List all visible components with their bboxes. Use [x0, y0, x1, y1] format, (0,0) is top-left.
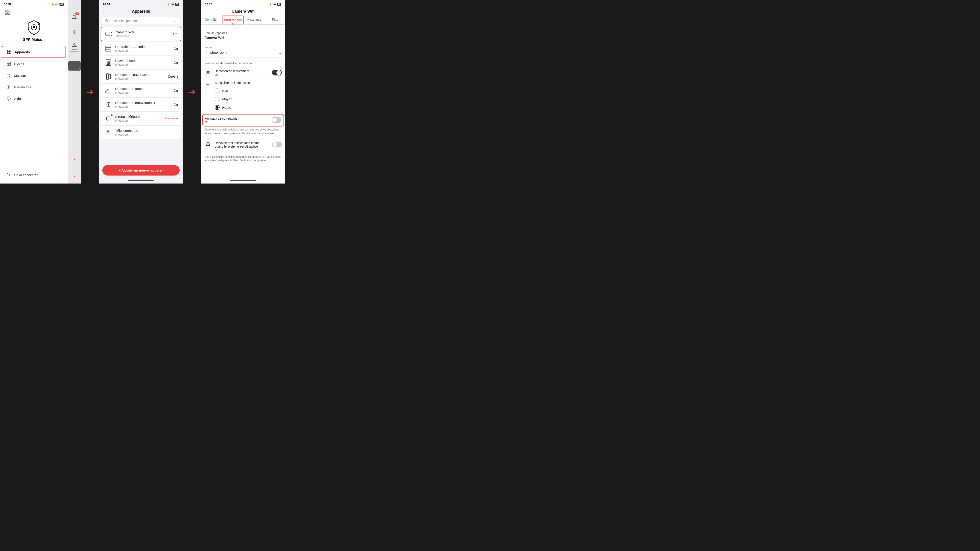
svg-point-36: [108, 62, 109, 63]
app-name: SFR Maison: [23, 38, 45, 42]
device-item-sirene[interactable]: Sirène intérieure showroom déconnecté: [100, 112, 181, 125]
svg-text:?: ?: [8, 97, 10, 100]
svg-rect-41: [107, 64, 110, 65]
back-button-p3[interactable]: ‹: [204, 9, 206, 14]
filter-icon[interactable]: [173, 19, 177, 23]
device-item-clavier[interactable]: Clavier à code showroom On: [100, 56, 181, 70]
centrale-status: On: [173, 47, 178, 50]
sirene-room: showroom: [115, 119, 161, 122]
preferences-panel: 16:26 🔋 4G 70 ‹ Caméra Wifi Contrôler Pr…: [201, 0, 285, 184]
clavier-icon: [104, 58, 113, 67]
animaux-text: Animaux de compagnie Off: [205, 117, 269, 124]
mode-urgence-button[interactable]: Moded'urgence: [70, 43, 79, 53]
svg-point-27: [107, 33, 108, 34]
sidebar-item-parametres[interactable]: Paramètres: [2, 81, 66, 92]
svg-point-52: [109, 92, 109, 92]
mouvement-toggle-row: Détection de mouvement on: [204, 67, 282, 79]
radio-moyen[interactable]: Moyen: [215, 95, 282, 103]
radio-haute-circle: [215, 105, 220, 110]
notification-icon[interactable]: 30: [70, 13, 78, 21]
logout-icon: [6, 172, 11, 177]
appareils-title: Appareils: [132, 9, 150, 14]
svg-rect-8: [10, 52, 11, 54]
home-indicator-p2: [99, 179, 183, 184]
tab-preferences[interactable]: Préférences: [222, 16, 243, 24]
right-arrow-1: ➔: [86, 87, 94, 97]
mouvement-toggle[interactable]: [272, 70, 282, 75]
notifications-title: Recevoir des notifications même quand le…: [215, 141, 269, 148]
signal-badge-p3: 70: [277, 3, 281, 6]
time-panel2: 16:57: [103, 3, 110, 6]
clavier-status: On: [173, 61, 178, 64]
device-item-mouvement[interactable]: Détecteur de mouvement 1 showroom On: [100, 98, 181, 111]
radio-bas[interactable]: Bas: [215, 86, 282, 95]
radio-haute[interactable]: Haute: [215, 103, 282, 112]
notifications-toggle-row: Recevoir des notifications même quand le…: [204, 139, 282, 154]
sirene-status: déconnecté: [164, 117, 178, 120]
centrale-icon: [104, 44, 113, 53]
svg-point-19: [74, 46, 75, 46]
appareils-label: Appareils: [15, 50, 30, 54]
battery-icon-p2: 🔋: [167, 3, 170, 6]
svg-point-66: [207, 84, 209, 85]
device-item-fumee[interactable]: Détecteur de fumée showroom On: [100, 84, 181, 97]
notifications-toggle[interactable]: [272, 141, 282, 147]
tab-controler[interactable]: Contrôler: [201, 16, 221, 24]
device-item-ouverture[interactable]: Détecteur d'ouverture 1 showroom Ouvert: [100, 70, 181, 83]
mode-urgence-label: Moded'urgence: [70, 48, 79, 53]
svg-rect-43: [109, 74, 111, 79]
search-input[interactable]: [110, 19, 172, 23]
notifications-status: Off: [215, 149, 269, 152]
sidebar-item-pieces[interactable]: Pièces: [2, 58, 66, 70]
radio-haute-label: Haute: [222, 106, 231, 110]
p3-header: ‹ Caméra Wifi: [201, 7, 285, 14]
fumee-icon: [104, 86, 113, 95]
sidebar-item-deconnect[interactable]: Se déconnecter: [2, 169, 66, 180]
camera-status: On: [173, 32, 177, 36]
svg-point-35: [107, 62, 108, 63]
tab-historique[interactable]: Historique: [244, 16, 265, 24]
gear-mini-icon[interactable]: [70, 28, 78, 36]
tab-plus[interactable]: Plus: [265, 16, 285, 24]
mouvement-icon: [104, 100, 113, 109]
camera-info: Caméra Wifi showroom: [116, 30, 170, 38]
mouvement-room: showroom: [115, 105, 171, 108]
sidebar-item-aide[interactable]: ? Aide: [2, 93, 66, 104]
home-nav[interactable]: 🏠: [0, 7, 68, 15]
svg-point-34: [109, 61, 110, 62]
p3-tabs: Contrôler Préférences Historique Plus: [201, 14, 285, 25]
sidebar-item-appareils[interactable]: Appareils: [2, 46, 66, 58]
animaux-toggle-row: Animaux de compagnie Off: [202, 114, 284, 127]
bottom-arrow2[interactable]: ›: [73, 173, 75, 179]
time-panel1: 16:57: [4, 3, 11, 6]
nav-list: Appareils Pièces Maisons: [0, 46, 68, 166]
mini-arrow-icon: ›: [73, 156, 75, 162]
animaux-knob: [272, 118, 277, 122]
sensibilite-options: Sensibilité de la détection Bas Moyen Ha…: [215, 81, 282, 112]
home-outline-icon: [6, 73, 11, 78]
radio-moyen-circle: [215, 97, 220, 102]
room-selector[interactable]: showroom ⌄: [204, 50, 282, 57]
svg-point-12: [8, 86, 10, 88]
fumee-status: On: [173, 89, 178, 92]
signal-badge-p1: 66: [59, 3, 64, 6]
device-item-centrale[interactable]: Centrale de Sécurité showroom On: [100, 42, 181, 56]
svg-rect-46: [106, 91, 111, 93]
svg-rect-28: [106, 46, 111, 51]
help-icon: ?: [6, 96, 11, 101]
add-device-button[interactable]: + Ajouter un nouvel appareil: [102, 165, 180, 176]
mouvement-info: Détecteur de mouvement 1 showroom: [115, 101, 171, 108]
animaux-toggle[interactable]: [272, 117, 281, 123]
device-item-telecommande[interactable]: Télécommande showroom: [100, 125, 181, 139]
device-item-camera[interactable]: Caméra Wifi showroom On: [100, 27, 181, 41]
search-bar[interactable]: [102, 17, 180, 24]
bottom-arrow[interactable]: ›: [73, 150, 75, 162]
sidebar-item-maisons[interactable]: Maisons: [2, 70, 66, 81]
notifications-text: Recevoir des notifications même quand le…: [215, 141, 269, 152]
maisons-label: Maisons: [14, 74, 27, 78]
back-button-p2[interactable]: ‹: [102, 9, 104, 14]
telecommande-room: showroom: [115, 133, 175, 136]
battery-icon: 🔋: [51, 3, 54, 6]
device-name-value: Caméra Wifi: [204, 36, 282, 42]
status-bar-panel2: 16:57 🔋 4G 66: [99, 0, 183, 7]
